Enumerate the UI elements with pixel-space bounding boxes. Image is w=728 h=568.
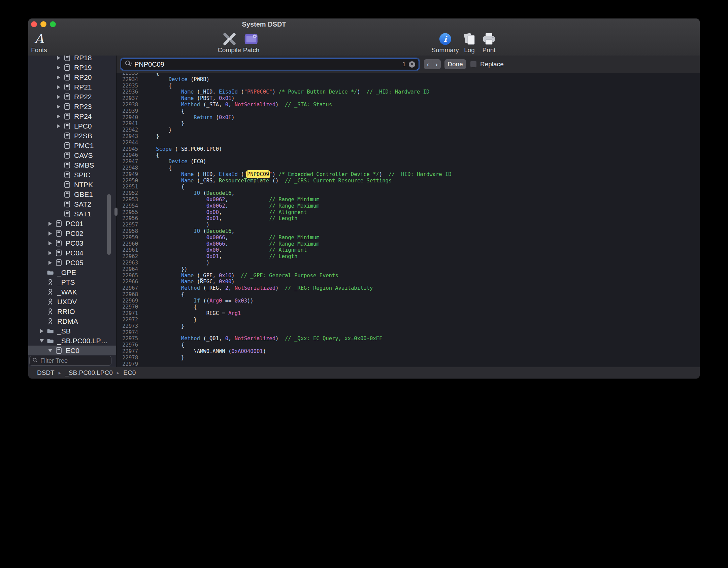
code-line[interactable]: 22969 If ((Arg0 == 0x03)) [117,298,700,304]
code-line[interactable]: 22938 Method (_STA, 0, NotSerialized) //… [117,102,700,108]
disclosure-collapsed-icon[interactable] [54,66,63,70]
clear-search-icon[interactable]: ✕ [409,61,415,68]
tree-item-spic[interactable]: SPIC [28,170,116,180]
code-line[interactable]: 22979 [117,361,700,367]
find-next-button[interactable]: › [432,59,441,69]
code-line[interactable]: 22933 { [117,73,700,76]
code-line[interactable]: 22960 0x0066, // Range Maximum [117,241,700,247]
code-line[interactable]: 22959 0x0066, // Range Minimum [117,235,700,241]
disclosure-collapsed-icon[interactable] [45,251,55,255]
tree-item-rp20[interactable]: RP20 [28,72,116,82]
disclosure-collapsed-icon[interactable] [45,222,55,226]
tree-item-rdma[interactable]: RDMA [28,316,116,326]
disclosure-collapsed-icon[interactable] [37,329,46,333]
tree-item-ec0[interactable]: EC0 [28,346,116,355]
tree-item-sb[interactable]: _SB [28,326,116,336]
code-line[interactable]: 22941 } [117,120,700,127]
code-line[interactable]: 22936 Name (_HID, EisaId ("PNP0C0C") /* … [117,89,700,95]
code-line[interactable]: 22950 Name (_CRS, ResourceTemplate () //… [117,178,700,184]
code-line[interactable]: 22973 } [117,323,700,329]
code-line[interactable]: 22949 Name (_HID, EisaId ("PNP0C09") /* … [117,171,700,178]
code-line[interactable]: 22948 { [117,165,700,171]
code-line[interactable]: 22934 Device (PWRB) [117,76,700,83]
toolbar-fonts-button[interactable]: A Fonts [31,31,47,54]
breadcrumb-item[interactable]: DSDT [37,369,55,377]
code-line[interactable]: 22958 IO (Decode16, [117,228,700,235]
disclosure-collapsed-icon[interactable] [54,56,63,60]
disclosure-collapsed-icon[interactable] [54,124,63,128]
code-line[interactable]: 22968 { [117,291,700,298]
tree-item-gbe1[interactable]: GBE1 [28,189,116,199]
code-line[interactable]: 22946 { [117,152,700,158]
tree-item-smbs[interactable]: SMBS [28,160,116,170]
tree-item-pc02[interactable]: PC02 [28,228,116,238]
tree-item-gpe[interactable]: _GPE [28,268,116,277]
code-line[interactable]: 22954 0x0062, // Range Maximum [117,203,700,209]
code-line[interactable]: 22974 [117,329,700,336]
tree-item-sat1[interactable]: SAT1 [28,209,116,219]
tree-item-cavs[interactable]: CAVS [28,150,116,160]
code-line[interactable]: 22944 [117,140,700,146]
code-line[interactable]: 22955 0x00, // Alignment [117,209,700,216]
code-line[interactable]: 22935 { [117,83,700,89]
toolbar-compile-button[interactable]: Compile [218,31,241,54]
code-line[interactable]: 22937 Name (PBST, 0x01) [117,95,700,102]
code-line[interactable]: 22945 Scope (_SB.PC00.LPC0) [117,146,700,152]
disclosure-collapsed-icon[interactable] [54,95,63,99]
code-line[interactable]: 22970 { [117,304,700,310]
find-input[interactable]: PNP0C09 1 ✕ [121,59,419,70]
tree-item-pc04[interactable]: PC04 [28,248,116,258]
minimize-window-button[interactable] [40,21,46,27]
code-line[interactable]: 22956 0x01, // Length [117,215,700,222]
disclosure-collapsed-icon[interactable] [54,114,63,118]
tree-item-rp22[interactable]: RP22 [28,92,116,102]
disclosure-collapsed-icon[interactable] [54,105,63,109]
tree-item-rp23[interactable]: RP23 [28,102,116,111]
code-line[interactable]: 22951 { [117,184,700,190]
disclosure-expanded-icon[interactable] [37,339,46,343]
search-menu-icon[interactable] [125,60,133,69]
disclosure-expanded-icon[interactable] [45,349,55,352]
code-line[interactable]: 22967 Method (_REG, 2, NotSerialized) //… [117,285,700,291]
tree-item-rp18[interactable]: RP18 [28,56,116,63]
tree-item-rp21[interactable]: RP21 [28,82,116,92]
code-line[interactable]: 22953 0x0062, // Range Minimum [117,197,700,203]
tree-item-sbpc00lp[interactable]: _SB.PC00.LP… [28,336,116,346]
code-line[interactable]: 22964 }) [117,266,700,273]
tree-item-rp19[interactable]: RP19 [28,63,116,72]
code-line[interactable]: 22957 ) [117,222,700,228]
filter-tree-field[interactable]: Filter Tree [30,356,111,365]
tree-item-pmc1[interactable]: PMC1 [28,141,116,150]
titlebar[interactable]: System DSDT [28,19,700,31]
code-line[interactable]: 22940 Return (0x0F) [117,114,700,121]
code-line[interactable]: 22962 0x01, // Length [117,253,700,260]
zoom-window-button[interactable] [50,21,56,27]
code-line[interactable]: 22939 { [117,108,700,114]
toolbar-print-button[interactable]: Print [482,31,496,54]
code-line[interactable]: 22978 } [117,355,700,361]
code-line[interactable]: 22971 REGC = Arg1 [117,310,700,317]
replace-checkbox[interactable] [470,61,477,68]
tree-item-wak[interactable]: _WAK [28,287,116,297]
close-window-button[interactable] [31,21,37,27]
code-line[interactable]: 22952 IO (Decode16, [117,190,700,197]
disclosure-collapsed-icon[interactable] [45,232,55,236]
tree-item-ntpk[interactable]: NTPK [28,180,116,189]
toolbar-patch-button[interactable]: Patch [243,31,260,54]
code-line[interactable]: 22966 Name (REGC, 0x00) [117,279,700,285]
code-line[interactable]: 22965 Name (_GPE, 0x16) // _GPE: General… [117,273,700,279]
code-line[interactable]: 22972 } [117,317,700,323]
find-previous-button[interactable]: ‹ [424,59,432,69]
disclosure-collapsed-icon[interactable] [45,261,55,265]
disclosure-collapsed-icon[interactable] [45,241,55,245]
disclosure-collapsed-icon[interactable] [54,85,63,89]
code-line[interactable]: 22942 } [117,127,700,133]
code-line[interactable]: 22961 0x00, // Alignment [117,247,700,253]
code-line[interactable]: 22977 \AMW0.AMWN (0xA0040001) [117,348,700,355]
tree-item-p2sb[interactable]: P2SB [28,131,116,141]
toolbar-summary-button[interactable]: i Summary [431,31,459,54]
sidebar-scrollbar[interactable] [107,194,111,255]
breadcrumb-item[interactable]: EC0 [123,369,136,377]
code-line[interactable]: 22976 { [117,342,700,348]
tree-item-pts[interactable]: _PTS [28,277,116,287]
